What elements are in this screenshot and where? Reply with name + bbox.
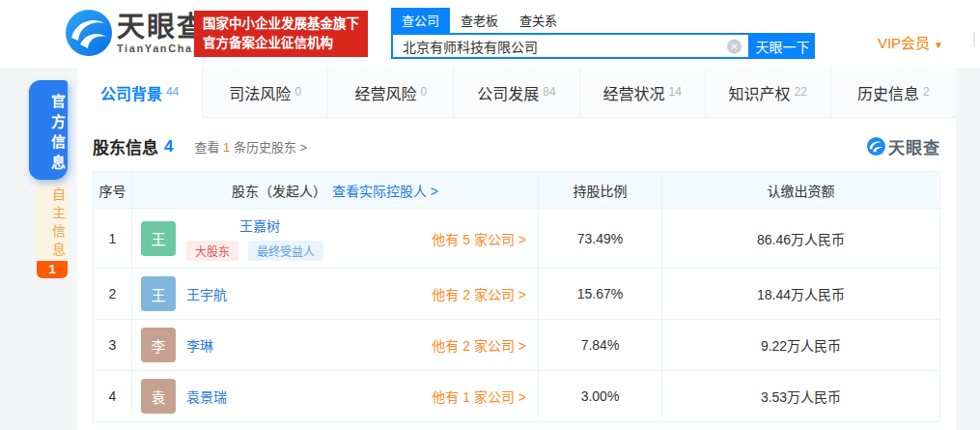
slogan-line2: 官方备案企业征信机构 (203, 34, 359, 53)
cell-ratio: 7.84% (539, 320, 662, 371)
sidebar-tab-self-info[interactable]: 自主信息 (37, 174, 68, 263)
search-area: 查公司查老板查关系 ✕ 天眼一下 (391, 8, 815, 59)
history-shareholders-link[interactable]: 查看 1 条历史股东 > (194, 137, 307, 156)
shareholder-tags: 大股东最终受益人 (186, 241, 333, 261)
companies-link[interactable]: 他有 1 家公司 > (432, 387, 526, 406)
companies-link[interactable]: 他有 2 家公司 > (432, 284, 526, 303)
nav-tab-7[interactable]: 历史信息2 (831, 68, 956, 118)
nav-tab-label: 经营状况 (602, 81, 664, 104)
nav-tab-label: 历史信息 (857, 81, 919, 104)
clear-icon[interactable]: ✕ (727, 39, 742, 53)
nav-tab-2[interactable]: 司法风险0 (203, 68, 328, 118)
shareholder-table-body: 1王王嘉树大股东最终受益人他有 5 家公司 >73.49%86.46万人民币2王… (94, 209, 940, 422)
cell-shareholder: 王王嘉树大股东最终受益人他有 5 家公司 > (132, 209, 539, 269)
nav-tab-count: 44 (166, 85, 179, 99)
actual-controller-link[interactable]: 查看实际控股人 > (332, 184, 438, 199)
nav-tab-1[interactable]: 公司背景44 (77, 68, 203, 118)
col-header-index: 序号 (94, 172, 132, 209)
watermark-logo-icon (867, 137, 885, 156)
section-header: 股东信息 4 查看 1 条历史股东 > 天眼查 (93, 134, 940, 158)
shareholder-tag: 最终受益人 (248, 241, 323, 261)
sidebar-tab-official-info[interactable]: 官方信息 (29, 80, 68, 180)
slogan-banner: 国家中小企业发展基金旗下 官方备案企业征信机构 (194, 11, 368, 57)
vip-label: VIP会员 (878, 35, 930, 51)
section-title: 股东信息 (93, 134, 158, 158)
col-header-shareholder: 股东（发起人）查看实际控股人 > (132, 172, 539, 209)
cell-amount: 9.22万人民币 (662, 320, 940, 371)
cell-ratio: 73.49% (539, 209, 662, 269)
history-prefix: 查看 (194, 140, 223, 155)
main-card: 公司背景44司法风险0经营风险0公司发展84经营状况14知识产权22历史信息2 … (77, 68, 956, 430)
companies-link[interactable]: 他有 5 家公司 > (432, 229, 526, 248)
shareholder-table: 序号 股东（发起人）查看实际控股人 > 持股比例 认缴出资额 1王王嘉树大股东最… (93, 171, 940, 422)
cell-amount: 3.53万人民币 (662, 371, 940, 422)
top-header: 天眼查 TianYanCha.com 国家中小企业发展基金旗下 官方备案企业征信… (0, 0, 980, 68)
cell-shareholder: 王王宇航他有 2 家公司 > (132, 269, 539, 320)
nav-tab-6[interactable]: 知识产权22 (706, 68, 831, 118)
cell-ratio: 3.00% (539, 371, 662, 422)
avatar: 袁 (141, 379, 176, 414)
shareholder-tag: 大股东 (186, 241, 238, 261)
nav-tab-count: 14 (668, 85, 681, 99)
shareholder-name-link[interactable]: 袁景瑞 (186, 387, 227, 406)
nav-tab-5[interactable]: 经营状况14 (580, 68, 706, 118)
nav-tab-label: 经营风险 (355, 81, 417, 104)
nav-tab-label: 知识产权 (729, 81, 791, 104)
tianyancha-logo-icon (66, 10, 112, 56)
nav-tab-3[interactable]: 经营风险0 (328, 68, 454, 118)
nav-tab-bar: 公司背景44司法风险0经营风险0公司发展84经营状况14知识产权22历史信息2 (77, 68, 956, 118)
cell-amount: 86.46万人民币 (662, 209, 940, 269)
avatar: 王 (141, 276, 176, 311)
cell-index: 4 (94, 371, 132, 422)
shareholder-name-link[interactable]: 王嘉树 (239, 215, 280, 235)
avatar: 王 (141, 221, 176, 256)
search-tab-3[interactable]: 查关系 (509, 8, 568, 33)
nav-tab-count: 84 (543, 85, 555, 99)
table-header-row: 序号 股东（发起人）查看实际控股人 > 持股比例 认缴出资额 (94, 172, 940, 209)
search-input[interactable] (391, 33, 750, 59)
section-count: 4 (164, 137, 173, 157)
companies-link[interactable]: 他有 2 家公司 > (432, 335, 526, 355)
page-body: 自主信息 1 官方信息 公司背景44司法风险0经营风险0公司发展84经营状况14… (0, 68, 980, 430)
search-tabs: 查公司查老板查关系 (391, 8, 815, 33)
history-suffix: 条历史股东 > (230, 140, 307, 155)
nav-tab-count: 0 (421, 85, 428, 99)
col-header-shareholder-label: 股东（发起人） (232, 184, 326, 199)
cell-index: 2 (94, 269, 132, 320)
cell-amount: 18.44万人民币 (662, 269, 940, 320)
watermark-logo: 天眼查 (867, 134, 940, 158)
search-button[interactable]: 天眼一下 (750, 33, 815, 59)
chevron-down-icon: ▼ (934, 40, 943, 50)
nav-tab-label: 司法风险 (229, 81, 291, 104)
self-info-badge: 1 (37, 261, 68, 278)
shareholder-name-link[interactable]: 王宇航 (186, 284, 227, 303)
search-row: ✕ 天眼一下 (391, 33, 815, 59)
table-row: 3李李琳他有 2 家公司 >7.84%9.22万人民币 (94, 320, 940, 371)
table-row: 2王王宇航他有 2 家公司 >15.67%18.44万人民币 (94, 269, 940, 320)
watermark-text: 天眼查 (888, 134, 940, 158)
vip-menu[interactable]: VIP会员▼ (878, 32, 943, 52)
slogan-line1: 国家中小企业发展基金旗下 (203, 14, 359, 34)
nav-tab-4[interactable]: 公司发展84 (454, 68, 579, 118)
nav-tab-count: 22 (795, 85, 807, 99)
nav-tab-label: 公司背景 (100, 81, 162, 104)
nav-tab-label: 公司发展 (477, 81, 539, 104)
header-divider: | (972, 30, 976, 47)
search-input-wrap: ✕ (391, 33, 750, 59)
shareholder-name-link[interactable]: 李琳 (186, 335, 213, 355)
cell-index: 3 (94, 320, 132, 371)
col-header-ratio: 持股比例 (539, 172, 662, 209)
search-tab-1[interactable]: 查公司 (391, 8, 450, 33)
search-tab-2[interactable]: 查老板 (450, 8, 509, 33)
avatar: 李 (141, 328, 176, 362)
cell-ratio: 15.67% (539, 269, 662, 320)
cell-shareholder: 李李琳他有 2 家公司 > (132, 320, 539, 371)
col-header-amount: 认缴出资额 (662, 172, 940, 209)
table-row: 4袁袁景瑞他有 1 家公司 >3.00%3.53万人民币 (94, 371, 940, 422)
nav-tab-count: 2 (923, 85, 930, 99)
cell-shareholder: 袁袁景瑞他有 1 家公司 > (132, 371, 539, 422)
table-row: 1王王嘉树大股东最终受益人他有 5 家公司 >73.49%86.46万人民币 (94, 209, 940, 269)
cell-index: 1 (94, 209, 132, 269)
nav-tab-count: 0 (294, 85, 301, 99)
